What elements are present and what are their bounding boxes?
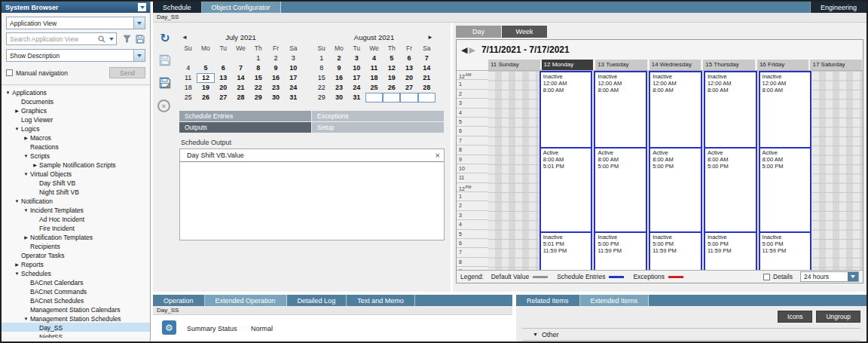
calendar-day-17[interactable]: 17	[285, 73, 302, 83]
save-edit-icon[interactable]	[157, 75, 173, 90]
tree-collapse-icon[interactable]: ▼	[22, 152, 30, 161]
calendar-day-23[interactable]: 23	[267, 83, 284, 93]
calendar-day-4[interactable]: 4	[365, 54, 383, 63]
tree-item-schedules[interactable]: ▼Schedules	[2, 268, 150, 277]
calendar-day-11[interactable]: 11	[365, 63, 383, 73]
day-column-12-monday[interactable]: Inactive12:00 AM8:00 AMActive8:00 AM5:01…	[539, 71, 593, 270]
tree-item-nightss[interactable]: NightSS	[2, 332, 150, 338]
calendar-day-26[interactable]: 26	[383, 83, 400, 93]
tree-item-macros[interactable]: ▶Macros	[2, 133, 150, 142]
tree-item-fire-incident[interactable]: Fire Incident	[2, 223, 150, 232]
tree-item-operator-tasks[interactable]: Operator Tasks	[2, 250, 150, 259]
calendar-day-28[interactable]: 28	[232, 93, 249, 103]
tree-item-notification-templates[interactable]: ▶Notification Templates	[2, 232, 150, 241]
calendar-day-30[interactable]: 30	[267, 93, 284, 103]
calendar-day-19[interactable]: 19	[197, 83, 214, 93]
tree-item-reactions[interactable]: Reactions	[2, 142, 150, 151]
tab-outputs[interactable]: Outputs	[179, 122, 311, 133]
save-view-icon[interactable]	[134, 35, 145, 44]
manual-navigation-checkbox[interactable]	[6, 69, 13, 76]
day-header-12-monday[interactable]: 12 Monday	[542, 60, 594, 70]
details-checkbox[interactable]	[763, 274, 770, 280]
calendar-day-29[interactable]: 29	[313, 93, 330, 103]
view-selector[interactable]: Application View	[6, 17, 145, 29]
calendar-day-19[interactable]: 19	[383, 73, 400, 83]
tree-item-logics[interactable]: ▼Logics	[2, 124, 150, 133]
calendar-day-5[interactable]: 5	[383, 54, 400, 63]
tree-expand-icon[interactable]: ▶	[22, 133, 30, 142]
tree-collapse-icon[interactable]: ▼	[13, 197, 21, 206]
calendar-day-1[interactable]: 1	[313, 54, 330, 63]
calendar-day-12[interactable]: 12	[197, 73, 214, 83]
ungroup-button[interactable]: Ungroup	[816, 311, 860, 323]
calendar-day-18[interactable]: 18	[179, 83, 197, 93]
tree-item-ad-hoc-incident[interactable]: Ad Hoc Incident	[2, 214, 150, 223]
calendar-day-22[interactable]: 22	[249, 83, 267, 93]
tree-item-scripts[interactable]: ▼Scripts	[2, 151, 150, 160]
calendar-day-21[interactable]: 21	[232, 83, 249, 93]
day-header-15-thursday[interactable]: 15 Thursday	[703, 60, 756, 70]
time-range-dropdown[interactable]: 24 hours	[800, 271, 859, 282]
calendar-day-2[interactable]: 2	[330, 54, 347, 63]
tree-item-notification[interactable]: ▼Notification	[2, 196, 150, 205]
calendar-day-31[interactable]: 31	[348, 93, 365, 103]
calendar-day-26[interactable]: 26	[197, 93, 214, 103]
tree-collapse-icon[interactable]: ▼	[13, 269, 21, 278]
calendar-day-15[interactable]: 15	[313, 73, 330, 83]
calendar-day-24[interactable]: 24	[285, 83, 302, 93]
calendar-day-25[interactable]: 25	[179, 93, 197, 103]
tree-collapse-icon[interactable]: ▼	[22, 170, 30, 179]
revert-icon[interactable]: ↻	[157, 30, 173, 45]
calendar-day-9[interactable]: 9	[330, 63, 347, 73]
tree-expand-icon[interactable]: ▶	[31, 161, 39, 170]
tree-item-day-shift-vb[interactable]: Day Shift VB	[2, 178, 150, 187]
tree-item-recipients[interactable]: Recipients	[2, 241, 150, 250]
schedule-event-inactive[interactable]: Inactive12:00 AM8:00 AM	[705, 72, 756, 147]
description-selector[interactable]: Show Description	[6, 49, 145, 62]
schedule-event-inactive[interactable]: Inactive5:00 PM11:59 PM	[705, 231, 756, 270]
tab-engineering[interactable]: Engineering	[810, 2, 866, 13]
calendar-day-20[interactable]: 20	[215, 83, 232, 93]
calendar-day-11[interactable]: 11	[179, 73, 197, 83]
calendar-day-8[interactable]: 8	[313, 63, 330, 73]
tab-week[interactable]: Week	[502, 26, 547, 38]
calendar-day-2[interactable]: 2	[267, 54, 284, 63]
day-column-11-sunday[interactable]	[488, 71, 539, 270]
output-item[interactable]: Day Shift VB.Value×	[180, 149, 444, 162]
calendar-day-7[interactable]: 7	[418, 54, 436, 63]
tab-operation[interactable]: Operation	[153, 295, 205, 306]
schedule-event-inactive[interactable]: Inactive5:01 PM11:59 PM	[541, 231, 591, 270]
schedule-event-inactive[interactable]: Inactive5:00 PM11:59 PM	[760, 231, 811, 270]
day-column-14-wednesday[interactable]: Inactive12:00 AM8:00 AMActive8:00 AM5:00…	[649, 71, 702, 270]
time-range-dropdown-button[interactable]	[848, 272, 858, 281]
send-button[interactable]: Send	[109, 67, 145, 78]
previous-week-icon[interactable]: ◀	[461, 45, 467, 55]
calendar-day-14[interactable]: 14	[232, 73, 249, 83]
search-icon[interactable]	[96, 35, 106, 43]
schedule-event-active[interactable]: Active8:00 AM5:00 PM	[705, 147, 756, 231]
tree-item-reports[interactable]: ▶Reports	[2, 259, 150, 268]
calendar-day-6[interactable]: 6	[400, 54, 417, 63]
schedule-event-active[interactable]: Active8:00 AM5:00 PM	[760, 147, 811, 231]
tree-item-bacnet-commands[interactable]: BACnet Commands	[2, 286, 150, 296]
search-input[interactable]	[7, 35, 96, 43]
schedule-event-inactive[interactable]: Inactive5:00 PM11:59 PM	[595, 231, 646, 270]
save-icon[interactable]	[157, 53, 173, 68]
filter-icon[interactable]	[121, 35, 133, 43]
tree-collapse-icon[interactable]: ▼	[22, 206, 30, 215]
tab-object-configurator[interactable]: Object Configurator	[202, 2, 281, 13]
calendar-day-27[interactable]: 27	[215, 93, 232, 103]
calendar-day-3[interactable]: 3	[285, 54, 302, 63]
calendar-day-27[interactable]: 27	[400, 83, 417, 93]
next-week-icon[interactable]: ▶	[469, 45, 475, 55]
related-group-other[interactable]: ▼ Other	[522, 328, 860, 341]
calendar-day-29[interactable]: 29	[249, 93, 267, 103]
other-collapse-icon[interactable]: ▼	[533, 332, 538, 337]
day-column-16-friday[interactable]: Inactive12:00 AM8:00 AMActive8:00 AM5:00…	[759, 71, 812, 270]
tree-expand-icon[interactable]: ▶	[22, 233, 30, 242]
tree-item-sample-notification-scripts[interactable]: ▶Sample Notification Scripts	[2, 160, 150, 169]
calendar-day-30[interactable]: 30	[330, 93, 347, 103]
calendar-day-16[interactable]: 16	[267, 73, 284, 83]
calendar-day-10[interactable]: 10	[285, 63, 302, 73]
calendar-day-18[interactable]: 18	[365, 73, 383, 83]
